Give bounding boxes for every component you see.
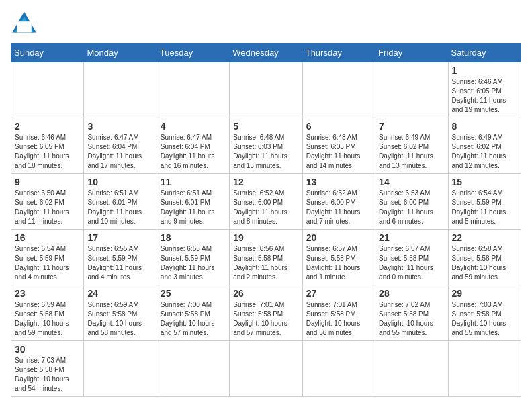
day-info: Sunrise: 6:46 AM Sunset: 6:05 PM Dayligh… (15, 133, 80, 171)
header (11, 11, 521, 35)
day-number: 15 (452, 177, 517, 187)
day-info: Sunrise: 6:55 AM Sunset: 5:59 PM Dayligh… (161, 244, 226, 282)
day-number: 21 (379, 232, 444, 243)
calendar-table: SundayMondayTuesdayWednesdayThursdayFrid… (11, 43, 521, 397)
day-info: Sunrise: 6:55 AM Sunset: 5:59 PM Dayligh… (87, 244, 152, 282)
calendar-cell (302, 62, 375, 118)
calendar-cell (302, 341, 375, 397)
day-number: 4 (161, 121, 226, 132)
calendar-cell: 7Sunrise: 6:49 AM Sunset: 6:02 PM Daylig… (375, 118, 448, 174)
logo-icon (11, 11, 38, 35)
day-number: 24 (87, 288, 152, 299)
day-number: 14 (379, 177, 444, 187)
day-number: 28 (379, 288, 444, 299)
day-number: 18 (161, 232, 226, 243)
calendar-cell: 19Sunrise: 6:56 AM Sunset: 5:58 PM Dayli… (230, 230, 302, 285)
calendar-cell: 6Sunrise: 6:48 AM Sunset: 6:03 PM Daylig… (302, 118, 375, 174)
calendar-cell: 3Sunrise: 6:47 AM Sunset: 6:04 PM Daylig… (84, 118, 157, 174)
calendar-cell: 21Sunrise: 6:57 AM Sunset: 5:58 PM Dayli… (375, 230, 448, 285)
calendar-cell: 16Sunrise: 6:54 AM Sunset: 5:59 PM Dayli… (11, 230, 84, 285)
day-info: Sunrise: 6:52 AM Sunset: 6:00 PM Dayligh… (233, 189, 298, 226)
day-number: 6 (306, 121, 371, 132)
calendar-cell: 18Sunrise: 6:55 AM Sunset: 5:59 PM Dayli… (157, 230, 229, 285)
week-row-0: 1Sunrise: 6:46 AM Sunset: 6:05 PM Daylig… (11, 62, 521, 118)
day-info: Sunrise: 6:47 AM Sunset: 6:04 PM Dayligh… (87, 133, 152, 171)
day-info: Sunrise: 6:46 AM Sunset: 6:05 PM Dayligh… (452, 77, 517, 115)
calendar-cell: 2Sunrise: 6:46 AM Sunset: 6:05 PM Daylig… (11, 118, 84, 174)
calendar-cell: 13Sunrise: 6:52 AM Sunset: 6:00 PM Dayli… (302, 174, 375, 230)
day-number: 26 (233, 288, 298, 299)
calendar-cell (448, 341, 521, 397)
day-info: Sunrise: 6:49 AM Sunset: 6:02 PM Dayligh… (379, 133, 444, 171)
calendar-cell: 5Sunrise: 6:48 AM Sunset: 6:03 PM Daylig… (230, 118, 302, 174)
day-number: 2 (15, 121, 80, 132)
day-number: 8 (452, 121, 517, 132)
day-info: Sunrise: 6:47 AM Sunset: 6:04 PM Dayligh… (161, 133, 226, 171)
day-info: Sunrise: 6:56 AM Sunset: 5:58 PM Dayligh… (233, 244, 298, 282)
day-number: 5 (233, 121, 298, 132)
day-info: Sunrise: 6:51 AM Sunset: 6:01 PM Dayligh… (161, 189, 226, 226)
calendar-cell: 27Sunrise: 7:01 AM Sunset: 5:58 PM Dayli… (302, 285, 375, 341)
weekday-header-wednesday: Wednesday (230, 44, 302, 62)
day-info: Sunrise: 6:58 AM Sunset: 5:58 PM Dayligh… (452, 244, 517, 282)
weekday-header-tuesday: Tuesday (157, 44, 229, 62)
day-info: Sunrise: 6:48 AM Sunset: 6:03 PM Dayligh… (233, 133, 298, 171)
week-row-4: 23Sunrise: 6:59 AM Sunset: 5:58 PM Dayli… (11, 285, 521, 341)
calendar-cell (230, 62, 302, 118)
calendar-cell: 8Sunrise: 6:49 AM Sunset: 6:02 PM Daylig… (448, 118, 521, 174)
weekday-header-row: SundayMondayTuesdayWednesdayThursdayFrid… (11, 44, 521, 62)
week-row-1: 2Sunrise: 6:46 AM Sunset: 6:05 PM Daylig… (11, 118, 521, 174)
day-number: 27 (306, 288, 371, 299)
day-info: Sunrise: 6:59 AM Sunset: 5:58 PM Dayligh… (15, 300, 80, 338)
weekday-header-friday: Friday (375, 44, 448, 62)
calendar-cell (84, 341, 157, 397)
day-number: 7 (379, 121, 444, 132)
day-info: Sunrise: 7:00 AM Sunset: 5:58 PM Dayligh… (161, 300, 226, 338)
calendar-cell (157, 62, 229, 118)
calendar-cell: 23Sunrise: 6:59 AM Sunset: 5:58 PM Dayli… (11, 285, 84, 341)
day-info: Sunrise: 6:50 AM Sunset: 6:02 PM Dayligh… (15, 189, 80, 226)
calendar-cell: 9Sunrise: 6:50 AM Sunset: 6:02 PM Daylig… (11, 174, 84, 230)
day-info: Sunrise: 6:54 AM Sunset: 5:59 PM Dayligh… (15, 244, 80, 282)
day-info: Sunrise: 6:49 AM Sunset: 6:02 PM Dayligh… (452, 133, 517, 171)
calendar-cell: 10Sunrise: 6:51 AM Sunset: 6:01 PM Dayli… (84, 174, 157, 230)
day-number: 19 (233, 232, 298, 243)
day-number: 16 (15, 232, 80, 243)
calendar-cell: 24Sunrise: 6:59 AM Sunset: 5:58 PM Dayli… (84, 285, 157, 341)
day-number: 23 (15, 288, 80, 299)
calendar-cell (84, 62, 157, 118)
calendar-cell: 17Sunrise: 6:55 AM Sunset: 5:59 PM Dayli… (84, 230, 157, 285)
calendar-cell: 12Sunrise: 6:52 AM Sunset: 6:00 PM Dayli… (230, 174, 302, 230)
day-info: Sunrise: 6:59 AM Sunset: 5:58 PM Dayligh… (87, 300, 152, 338)
calendar-cell: 14Sunrise: 6:53 AM Sunset: 6:00 PM Dayli… (375, 174, 448, 230)
calendar-cell: 20Sunrise: 6:57 AM Sunset: 5:58 PM Dayli… (302, 230, 375, 285)
calendar-cell: 11Sunrise: 6:51 AM Sunset: 6:01 PM Dayli… (157, 174, 229, 230)
day-number: 9 (15, 177, 80, 187)
day-number: 12 (233, 177, 298, 187)
svg-rect-2 (17, 21, 32, 32)
calendar-cell: 26Sunrise: 7:01 AM Sunset: 5:58 PM Dayli… (230, 285, 302, 341)
day-info: Sunrise: 6:53 AM Sunset: 6:00 PM Dayligh… (379, 189, 444, 226)
week-row-5: 30Sunrise: 7:03 AM Sunset: 5:58 PM Dayli… (11, 341, 521, 397)
day-number: 11 (161, 177, 226, 187)
calendar-cell (11, 62, 84, 118)
day-info: Sunrise: 6:48 AM Sunset: 6:03 PM Dayligh… (306, 133, 371, 171)
calendar-cell: 22Sunrise: 6:58 AM Sunset: 5:58 PM Dayli… (448, 230, 521, 285)
calendar-cell: 29Sunrise: 7:03 AM Sunset: 5:58 PM Dayli… (448, 285, 521, 341)
calendar-cell: 25Sunrise: 7:00 AM Sunset: 5:58 PM Dayli… (157, 285, 229, 341)
logo (11, 11, 42, 35)
calendar-cell: 30Sunrise: 7:03 AM Sunset: 5:58 PM Dayli… (11, 341, 84, 397)
calendar-cell (375, 341, 448, 397)
weekday-header-saturday: Saturday (448, 44, 521, 62)
calendar-cell (230, 341, 302, 397)
day-number: 17 (87, 232, 152, 243)
weekday-header-sunday: Sunday (11, 44, 84, 62)
day-number: 20 (306, 232, 371, 243)
day-info: Sunrise: 7:03 AM Sunset: 5:58 PM Dayligh… (15, 356, 80, 394)
day-info: Sunrise: 7:01 AM Sunset: 5:58 PM Dayligh… (306, 300, 371, 338)
day-info: Sunrise: 7:02 AM Sunset: 5:58 PM Dayligh… (379, 300, 444, 338)
day-number: 13 (306, 177, 371, 187)
day-info: Sunrise: 6:54 AM Sunset: 5:59 PM Dayligh… (452, 189, 517, 226)
calendar-cell: 1Sunrise: 6:46 AM Sunset: 6:05 PM Daylig… (448, 62, 521, 118)
calendar-cell: 4Sunrise: 6:47 AM Sunset: 6:04 PM Daylig… (157, 118, 229, 174)
